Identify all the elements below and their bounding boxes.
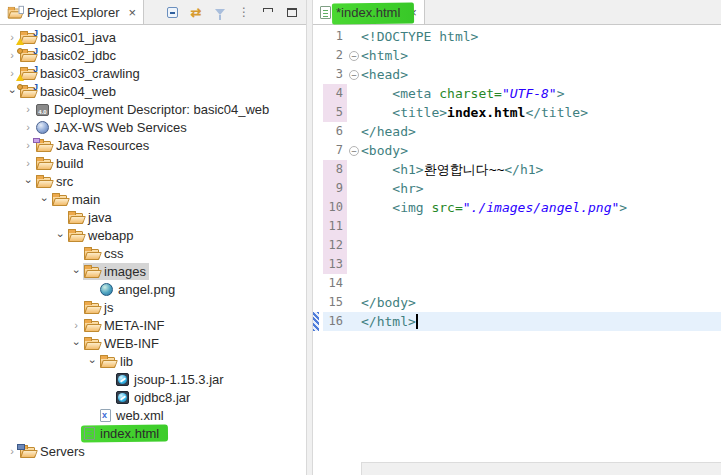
fold-spacer — [347, 27, 361, 46]
tree-item-jsoup-1-15-3-jar[interactable]: jsoup-1.15.3.jar — [0, 370, 306, 388]
tree-item-js[interactable]: js — [0, 298, 306, 316]
tree-item-angel-png[interactable]: angel.png — [0, 280, 306, 298]
tree-item-java[interactable]: java — [0, 208, 306, 226]
tree-item-ojdbc8-jar[interactable]: ojdbc8.jar — [0, 388, 306, 406]
line-number: 8 — [323, 160, 347, 179]
tree-item-main[interactable]: ›main — [0, 190, 306, 208]
jproject-dot-icon: J — [20, 87, 35, 98]
chevron-open-icon[interactable]: › — [55, 228, 66, 242]
tree-item-servers[interactable]: ›Servers — [0, 442, 306, 460]
collapse-all-button[interactable] — [162, 2, 182, 22]
web-services-icon — [36, 121, 49, 134]
tab-index-html[interactable]: *index.html × — [313, 0, 425, 24]
tab-project-explorer[interactable]: Project Explorer × — [0, 0, 144, 24]
annotation-ruler — [313, 217, 323, 236]
folder-icon — [100, 357, 115, 368]
tree-item-label: angel.png — [118, 282, 175, 297]
tree-item-index-html[interactable]: index.html — [0, 424, 306, 442]
chevron-closed-icon[interactable]: › — [21, 104, 35, 115]
chevron-closed-icon[interactable]: › — [21, 158, 35, 169]
chevron-closed-icon[interactable]: › — [21, 122, 35, 133]
tree-item-label: Java Resources — [56, 138, 149, 153]
chevron-open-icon[interactable]: › — [71, 336, 82, 350]
tree-item-web-xml[interactable]: xweb.xml — [0, 406, 306, 424]
warning-badge — [16, 38, 24, 45]
fold-toggle[interactable]: − — [347, 65, 361, 84]
code-line: 10 <img src="./images/angel.png"> — [313, 198, 721, 217]
annotation-ruler — [313, 27, 323, 46]
tree-item-meta-inf[interactable]: ›META-INF — [0, 316, 306, 334]
code-area: 1<!DOCTYPE html>2−<html>3−<head>4 <meta … — [313, 25, 721, 331]
xml-file-icon: x — [100, 409, 111, 422]
tree-item-label: basic03_crawling — [40, 66, 140, 81]
tree-item-label: basic01_java — [40, 30, 116, 45]
tree-item-deployment-descriptor-basic04-web[interactable]: ›4.0Deployment Descriptor: basic04_web — [0, 100, 306, 118]
chevron-open-icon[interactable]: › — [7, 84, 18, 98]
line-number: 4 — [323, 84, 347, 103]
horizontal-scrollbar[interactable] — [361, 462, 721, 475]
tree-item-basic03-crawling[interactable]: ›Jbasic03_crawling — [0, 64, 306, 82]
tree-item-label: images — [104, 264, 146, 279]
code-token: </body> — [361, 295, 416, 310]
chevron-open-icon[interactable]: › — [71, 264, 82, 278]
tree-item-basic01-java[interactable]: ›Jbasic01_java — [0, 28, 306, 46]
filter-button[interactable] — [210, 2, 230, 22]
code-token — [361, 162, 392, 177]
folder-icon — [84, 321, 99, 332]
code-line: 13 — [313, 255, 721, 274]
annotation-ruler — [313, 236, 323, 255]
chevron-closed-icon[interactable]: › — [69, 320, 83, 331]
green-highlight-marker: index.html — [83, 425, 162, 442]
code-token: </h1> — [504, 162, 543, 177]
line-number: 1 — [323, 27, 347, 46]
chevron-open-icon[interactable]: › — [23, 174, 34, 188]
code-line: 7−<body> — [313, 141, 721, 160]
line-number: 15 — [323, 293, 347, 312]
tree-item-label: css — [104, 246, 124, 261]
line-number: 16 — [323, 312, 347, 331]
code-token — [361, 86, 392, 101]
tree-item-lib[interactable]: ›lib — [0, 352, 306, 370]
line-number: 3 — [323, 65, 347, 84]
annotation-ruler — [313, 255, 323, 274]
tree-item-basic02-jdbc[interactable]: ›Jbasic02_jdbc — [0, 46, 306, 64]
tree-item-jax-ws-web-services[interactable]: ›JAX-WS Web Services — [0, 118, 306, 136]
fold-spacer — [347, 103, 361, 122]
fold-spacer — [347, 179, 361, 198]
tree-item-web-inf[interactable]: ›WEB-INF — [0, 334, 306, 352]
tree-item-images[interactable]: ›images — [0, 262, 306, 280]
code-token: <hr> — [392, 181, 423, 196]
tree-item-label: src — [56, 174, 73, 189]
fold-toggle[interactable]: − — [347, 46, 361, 65]
tree-item-src[interactable]: ›src — [0, 172, 306, 190]
close-icon[interactable]: × — [128, 5, 136, 20]
tree-item-java-resources[interactable]: ›Java Resources — [0, 136, 306, 154]
line-number: 2 — [323, 46, 347, 65]
java-badge: J — [33, 82, 38, 92]
annotation-ruler — [313, 122, 323, 141]
link-with-editor-button[interactable]: ⇄ — [186, 2, 206, 22]
panel-splitter[interactable] — [306, 0, 313, 475]
fold-spacer — [347, 122, 361, 141]
chevron-open-icon[interactable]: › — [39, 192, 50, 206]
code-editor[interactable]: 1<!DOCTYPE html>2−<html>3−<head>4 <meta … — [313, 25, 721, 475]
tree-item-build[interactable]: ›build — [0, 154, 306, 172]
tree-item-basic04-web[interactable]: ›Jbasic04_web — [0, 82, 306, 100]
line-number: 11 — [323, 217, 347, 236]
tree-item-label: JAX-WS Web Services — [54, 120, 187, 135]
code-token: <meta — [392, 86, 439, 101]
view-menu-button[interactable]: ⋮ — [234, 2, 254, 22]
maximize-button[interactable] — [282, 2, 302, 22]
tree-item-webapp[interactable]: ›webapp — [0, 226, 306, 244]
code-token: </head> — [361, 124, 416, 139]
editor-tabstrip: *index.html × — [313, 0, 721, 25]
tree-item-label: basic04_web — [40, 84, 116, 99]
code-text: </head> — [361, 122, 721, 141]
fold-toggle[interactable]: − — [347, 141, 361, 160]
tree-item-css[interactable]: css — [0, 244, 306, 262]
tree-item-label: META-INF — [104, 318, 164, 333]
code-line: 5 <title>index.html</title> — [313, 103, 721, 122]
minimize-button[interactable] — [258, 2, 278, 22]
folder-icon — [68, 231, 83, 242]
chevron-open-icon[interactable]: › — [87, 354, 98, 368]
